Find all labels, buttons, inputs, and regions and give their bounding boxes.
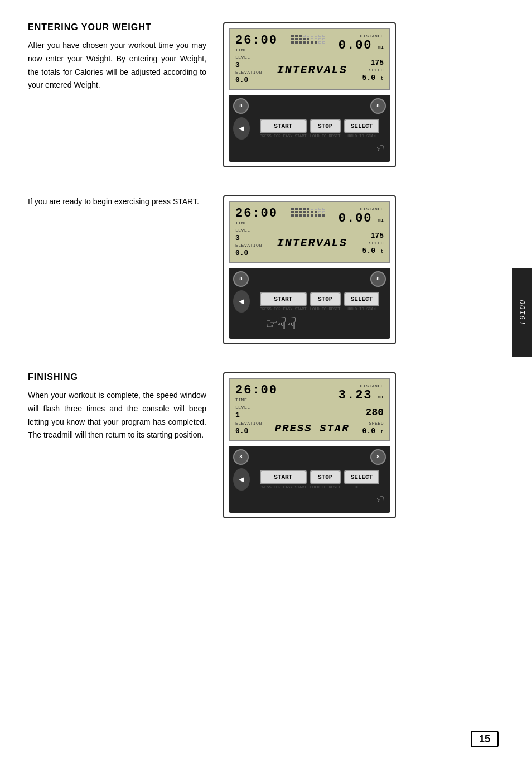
level-value-3: 1 — [235, 411, 240, 419]
text-col-1: ENTERING YOUR WEIGHT After you have chos… — [28, 22, 206, 167]
section-text-1: After you have chosen your workout time … — [28, 39, 206, 92]
arrow-btn-3[interactable]: ◀ — [233, 468, 250, 491]
select-sublabel-1: HOLD TO SCAN — [344, 134, 380, 138]
distance-unit-2: mi — [378, 218, 384, 223]
button-row-2: ◀ START PRESS FOR EASY START STOP HOLD T… — [233, 290, 386, 313]
circle-btn-left-1[interactable]: 8 — [233, 98, 249, 114]
start-button-2[interactable]: START — [260, 292, 307, 306]
hand-wrapper-2: ☞☟☟ — [233, 313, 386, 335]
start-btn-wrap-1: START PRESS FOR EASY START — [260, 119, 307, 138]
speed-block-2: 175 SPEED 5.0 t — [362, 230, 384, 256]
hand-wrapper-1: ☞ — [233, 140, 386, 158]
time-block-2: 26:00 TIME — [235, 206, 278, 225]
time-value-1: 26:00 — [235, 33, 278, 47]
main-buttons-3: START PRESS FOR EASY START STOP HOLD TO … — [253, 470, 386, 489]
display-bottom-1: LEVEL 3 ELEVATION 0.0 INTERVALS 175 — [235, 55, 384, 85]
bargraph-2 — [291, 208, 325, 217]
bargraph-1 — [291, 35, 325, 44]
hand-icon-2: ☞☟☟ — [267, 315, 297, 334]
console-body-2: 8 8 ◀ START PRESS FOR EASY START ST — [229, 268, 390, 339]
stop-sublabel-3: HOLD TO RESET — [310, 485, 341, 489]
distance-value-2: 0.00 — [338, 212, 373, 225]
start-button-1[interactable]: START — [260, 119, 307, 133]
console-top-3: 8 8 — [233, 449, 386, 465]
console-top-1: 8 8 — [233, 98, 386, 114]
program-value-1: INTERVALS — [277, 64, 347, 76]
select-button-3[interactable]: SELECT — [344, 470, 380, 484]
stop-button-3[interactable]: STOP — [310, 470, 341, 484]
display-top-row-3: 26:00 TIME DISTANCE 3.23 mi — [235, 383, 384, 402]
section-text-3: When your workout is complete, the speed… — [28, 389, 206, 442]
speed-block-1: 175 SPEED 5.0 t — [362, 57, 384, 83]
distance-block-1: DISTANCE 0.00 mi — [338, 33, 384, 52]
image-col-2: 26:00 TIME — [223, 195, 504, 344]
level-label-1: LEVEL — [235, 55, 262, 60]
console-body-1: 8 8 ◀ START PRESS FOR EASY START ST — [229, 95, 390, 162]
time-block-1: 26:00 TIME — [235, 33, 278, 52]
section-press-start: If you are ready to begin exercising pre… — [28, 195, 504, 344]
circle-btn-right-3[interactable]: 8 — [370, 449, 386, 465]
elev-label-3: ELEVATION — [235, 421, 262, 426]
console-3: 26:00 TIME DISTANCE 3.23 mi LEVEL — [223, 372, 396, 518]
display-bottom-2: LEVEL 3 ELEVATION 0.0 INTERVALS 175 — [235, 228, 384, 258]
level-label-2: LEVEL — [235, 228, 262, 233]
elev-value-1: 0.0 — [235, 76, 248, 84]
section-entering-weight: ENTERING YOUR WEIGHT After you have chos… — [28, 22, 504, 167]
page-number-value: 15 — [479, 733, 490, 745]
arrow-btn-2[interactable]: ◀ — [233, 290, 250, 313]
console-body-3: 8 8 ◀ START PRESS FOR EASY START ST — [229, 446, 390, 513]
console-1: 26:00 TIME — [223, 22, 396, 167]
time-label-2: TIME — [235, 220, 278, 225]
console-top-2: 8 8 — [233, 271, 386, 287]
display-screen-1: 26:00 TIME — [229, 28, 390, 90]
circle-btn-right-2[interactable]: 8 — [370, 271, 386, 287]
arrow-btn-1[interactable]: ◀ — [233, 117, 250, 140]
select-sublabel-3: HOL... — [344, 485, 380, 489]
side-tab: T9100 — [512, 268, 532, 357]
section-finishing: FINISHING When your workout is complete,… — [28, 372, 504, 518]
elev-label-2: ELEVATION — [235, 243, 262, 248]
elev-label-1: ELEVATION — [235, 70, 262, 75]
stop-btn-wrap-2: STOP HOLD TO RESET — [310, 292, 341, 311]
stop-button-2[interactable]: STOP — [310, 292, 341, 306]
level-dash-3: — — — — — — — — — — [264, 409, 351, 416]
mid-row-3: LEVEL 1 — — — — — — — — — 280 — [235, 405, 384, 420]
speed-value-3: 0.0 — [362, 427, 375, 435]
select-button-1[interactable]: SELECT — [344, 119, 380, 133]
stop-button-1[interactable]: STOP — [310, 119, 341, 133]
section-text-2: If you are ready to begin exercising pre… — [28, 195, 206, 209]
speed-label-1: SPEED — [362, 68, 384, 73]
text-col-2: If you are ready to begin exercising pre… — [28, 195, 206, 344]
display-screen-3: 26:00 TIME DISTANCE 3.23 mi LEVEL — [229, 378, 390, 441]
image-col-3: 26:00 TIME DISTANCE 3.23 mi LEVEL — [223, 372, 504, 518]
distance-block-3: DISTANCE 3.23 mi — [338, 383, 384, 402]
calories-value-3: 280 — [366, 407, 384, 418]
distance-value-3: 3.23 — [338, 388, 373, 402]
start-sublabel-1: PRESS FOR EASY START — [260, 134, 307, 138]
calories-value-1: 175 — [371, 59, 384, 67]
select-button-2[interactable]: SELECT — [344, 292, 380, 306]
display-screen-2: 26:00 TIME — [229, 201, 390, 263]
display-top-row-2: 26:00 TIME — [235, 206, 384, 225]
start-button-3[interactable]: START — [260, 470, 307, 484]
time-label-3: TIME — [235, 397, 278, 402]
stop-sublabel-2: HOLD TO RESET — [310, 307, 341, 311]
circle-btn-left-2[interactable]: 8 — [233, 271, 249, 287]
level-value-1: 3 — [235, 61, 240, 69]
image-col-1: 26:00 TIME — [223, 22, 504, 167]
section-title-1: ENTERING YOUR WEIGHT — [28, 22, 206, 32]
side-tab-label: T9100 — [518, 300, 526, 326]
program-value-3: PRESS STAR — [275, 422, 350, 435]
circle-btn-left-3[interactable]: 8 — [233, 449, 249, 465]
program-block-3: PRESS STAR — [275, 422, 350, 435]
console-2: 26:00 TIME — [223, 195, 396, 344]
display-bottom-3: ELEVATION 0.0 PRESS STAR SPEED 0.0 t — [235, 421, 384, 436]
circle-btn-right-1[interactable]: 8 — [370, 98, 386, 114]
distance-label-3: DISTANCE — [338, 383, 384, 388]
distance-value-1: 0.00 — [338, 39, 373, 52]
elev-block-1: LEVEL 3 ELEVATION 0.0 — [235, 55, 262, 85]
button-row-1: ◀ START PRESS FOR EASY START STOP HOLD T… — [233, 117, 386, 140]
speed-unit-2: t — [381, 249, 384, 254]
time-value-3: 26:00 — [235, 383, 278, 397]
select-sublabel-2: HOLD TO SCAN — [344, 307, 380, 311]
